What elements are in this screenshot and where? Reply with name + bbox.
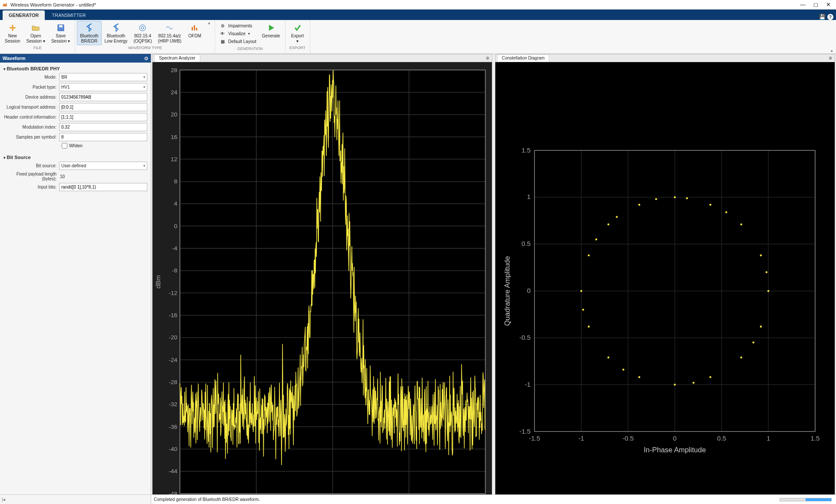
ribbon-group-export: Export▾ EXPORT [285, 20, 310, 53]
bit-source-section-header[interactable]: Bit Source [3, 153, 147, 162]
sidebar-toggle-icon[interactable]: |◂ [2, 497, 5, 502]
svg-point-96 [674, 196, 676, 199]
svg-text:-1: -1 [578, 434, 584, 442]
spectrum-analyzer-pane: Spectrum Analyzer ⊗ 2824201612840-4-8-12… [152, 54, 492, 494]
svg-point-103 [638, 376, 640, 378]
svg-rect-6 [196, 28, 197, 30]
ribbon-collapse-button[interactable]: ▴ [831, 48, 836, 53]
svg-text:-16: -16 [169, 312, 178, 318]
svg-text:dBm: dBm [154, 275, 162, 288]
waveform-oqpsk-button[interactable]: 802.15.4 (OQPSK) [130, 21, 155, 45]
eye-icon: 👁 [219, 30, 226, 36]
svg-point-116 [686, 197, 688, 199]
gear-icon: ⚙ [219, 23, 226, 29]
svg-text:1.5: 1.5 [521, 146, 531, 154]
packet-type-select[interactable]: HV1 [59, 83, 147, 91]
layout-icon: ▦ [219, 38, 226, 44]
phy-section-header[interactable]: Bluetooth BR/EDR PHY [3, 64, 147, 73]
spectrum-close-icon[interactable]: ⊗ [486, 56, 492, 60]
header-control-input[interactable] [59, 113, 147, 121]
wave-icon [138, 23, 147, 33]
svg-point-102 [607, 357, 610, 359]
impairments-button[interactable]: ⚙Impairments [219, 22, 256, 30]
svg-point-112 [582, 309, 584, 311]
svg-text:0: 0 [527, 287, 531, 294]
open-session-button[interactable]: Open Session ▾ [23, 21, 48, 45]
svg-text:-40: -40 [169, 446, 178, 452]
panel-options-icon[interactable]: ⊙ [144, 56, 148, 61]
ofdm-icon [190, 23, 199, 33]
tab-transmitter[interactable]: TRANSMITTER [46, 10, 92, 20]
progress-bar [780, 498, 832, 501]
svg-text:-1.5: -1.5 [519, 428, 531, 435]
svg-point-117 [616, 216, 618, 218]
svg-point-97 [638, 204, 640, 206]
default-layout-button[interactable]: ▦Default Layout [219, 37, 256, 45]
wave-icon [165, 23, 174, 33]
bluetooth-icon [84, 23, 94, 33]
svg-text:0.5: 0.5 [521, 240, 531, 247]
svg-rect-62 [495, 62, 835, 504]
samples-per-symbol-input[interactable] [59, 133, 147, 141]
svg-text:-32: -32 [169, 401, 178, 408]
plus-icon [8, 23, 17, 33]
svg-point-111 [595, 239, 597, 241]
svg-text:-36: -36 [169, 424, 178, 430]
svg-point-93 [760, 254, 762, 256]
generate-button[interactable]: Generate [259, 21, 283, 40]
svg-text:1.5: 1.5 [811, 434, 820, 442]
save-session-button[interactable]: Save Session ▾ [48, 21, 73, 45]
svg-text:-4: -4 [172, 245, 177, 252]
help-icon[interactable]: ? [827, 14, 833, 20]
statusbar: |◂ Completed generation of Bluetooth BR/… [0, 494, 836, 504]
new-session-button[interactable]: New Session [2, 21, 23, 45]
waveform-bt-bredr-button[interactable]: Bluetooth BR/EDR [77, 21, 101, 45]
modulation-index-input[interactable] [59, 123, 147, 131]
input-bits-input[interactable] [59, 183, 147, 191]
play-icon [266, 23, 276, 33]
svg-text:-8: -8 [172, 267, 177, 274]
constellation-pane: Constellation Diagram ⊗ -1.5-1.5-1-1-0.5… [495, 54, 835, 494]
mode-select[interactable]: BR [59, 73, 147, 81]
svg-point-104 [674, 384, 676, 386]
svg-text:0: 0 [174, 223, 178, 229]
whiten-checkbox[interactable] [62, 143, 67, 149]
svg-text:-0.5: -0.5 [622, 434, 634, 442]
quick-save-icon[interactable]: 💾 [819, 14, 826, 20]
svg-point-2 [139, 25, 146, 31]
spectrum-plot[interactable]: 2824201612840-4-8-12-16-20-24-28-32-36-4… [153, 62, 492, 504]
close-button[interactable]: ✕ [826, 1, 831, 8]
svg-point-99 [588, 254, 590, 256]
ribbon-group-file: New Session Open Session ▾ Save Session … [0, 20, 75, 53]
svg-point-3 [141, 27, 144, 29]
svg-point-109 [725, 211, 727, 213]
svg-text:24: 24 [171, 89, 178, 96]
svg-text:-44: -44 [169, 468, 178, 474]
spectrum-tab[interactable]: Spectrum Analyzer [154, 54, 200, 62]
waveform-more-button[interactable]: ▾ [205, 21, 213, 26]
constellation-plot[interactable]: -1.5-1.5-1-1-0.5-0.5000.50.5111.51.5In-P… [495, 62, 835, 504]
maximize-button[interactable]: ◻ [813, 1, 818, 8]
waveform-bt-le-button[interactable]: Bluetooth Low Energy [102, 21, 131, 45]
svg-point-107 [760, 325, 762, 328]
constellation-close-icon[interactable]: ⊗ [829, 56, 835, 60]
svg-text:-1: -1 [525, 381, 531, 388]
svg-rect-1 [59, 25, 63, 27]
waveform-ofdm-button[interactable]: OFDM [184, 21, 205, 40]
chevron-down-icon: ▾ [208, 21, 210, 26]
status-message: Completed generation of Bluetooth BR/EDR… [154, 497, 260, 502]
svg-point-100 [581, 290, 583, 292]
minimize-button[interactable]: — [800, 1, 806, 8]
visualize-button[interactable]: 👁Visualize ▾ [219, 30, 256, 37]
svg-point-113 [622, 369, 624, 371]
logical-transport-input[interactable] [59, 103, 147, 111]
export-button[interactable]: Export▾ [287, 21, 308, 45]
device-address-input[interactable] [59, 93, 147, 101]
svg-text:-24: -24 [169, 357, 178, 363]
svg-point-92 [767, 290, 770, 292]
svg-text:16: 16 [171, 134, 177, 140]
tab-generator[interactable]: GENERATOR [3, 10, 45, 20]
waveform-hrp-uwb-button[interactable]: 802.15.4a/z (HRP UWB) [155, 21, 185, 45]
constellation-tab[interactable]: Constellation Diagram [497, 54, 549, 62]
bit-source-select[interactable]: User-defined [59, 162, 147, 170]
